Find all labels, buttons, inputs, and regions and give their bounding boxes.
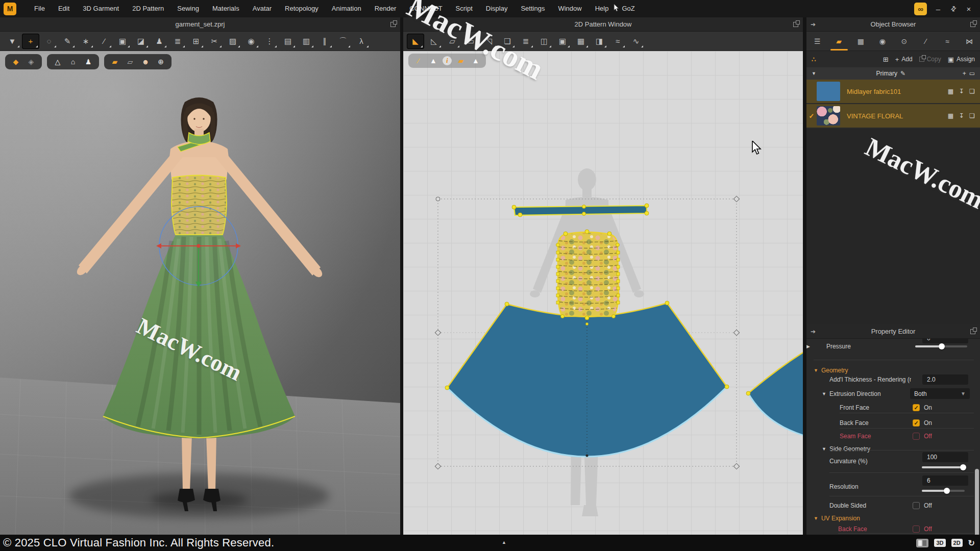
expand-up-icon[interactable]: ▲ [502, 540, 506, 545]
save-icon[interactable]: ↧ [958, 88, 965, 95]
3d-tool-needle[interactable]: ∕ [95, 34, 113, 49]
folder-icon[interactable]: ▭ [969, 70, 975, 77]
menu-3d-garment[interactable]: 3D Garment [76, 0, 126, 17]
menu-window[interactable]: Window [551, 0, 588, 17]
menu-render[interactable]: Render [368, 0, 403, 17]
3d-tool-fold-arrangement[interactable]: ▣ [114, 34, 131, 49]
pattern-skirt-2[interactable] [746, 353, 803, 435]
expand-icon[interactable]: ▼ [822, 446, 826, 452]
2d-quick-tool-shirt-lock[interactable]: ▲ [470, 55, 481, 66]
menu-materials[interactable]: Materials [206, 0, 246, 17]
geometry-header[interactable]: Geometry [821, 367, 848, 374]
ob-tab-scene[interactable]: ☰ [806, 32, 828, 51]
expand-icon[interactable]: ▶ [806, 344, 810, 349]
float-window-icon[interactable] [390, 22, 396, 27]
ob-tab-fabric[interactable]: ▰ [828, 32, 850, 51]
3d-tool-window-grid[interactable]: ⊞ [187, 34, 205, 49]
refresh-icon[interactable]: ↻ [968, 538, 975, 548]
uv-expansion-header[interactable]: UV Expansion [821, 515, 860, 522]
ob-tab-button[interactable]: ◉ [872, 32, 894, 51]
close-button[interactable]: × [965, 5, 973, 13]
menu-display[interactable]: Display [479, 0, 514, 17]
duplicate-icon[interactable]: ❏ [968, 88, 976, 95]
ob-tab-puckering[interactable]: ≈ [937, 32, 959, 51]
resize-button[interactable]: ⇅ [948, 3, 959, 14]
menu-script[interactable]: Script [449, 0, 479, 17]
2d-quick-tool-fabric[interactable]: ▰ [455, 55, 467, 66]
save-icon[interactable]: ↧ [958, 112, 965, 119]
float-window-icon[interactable] [970, 329, 975, 334]
minimize-button[interactable]: – [934, 5, 942, 13]
uv-back-face-checkbox[interactable] [913, 525, 920, 533]
menu-2d-pattern[interactable]: 2D Pattern [126, 0, 170, 17]
pattern-bodice[interactable] [556, 230, 620, 325]
split-view-icon[interactable] [916, 539, 928, 547]
duplicate-icon[interactable]: ❏ [968, 112, 976, 119]
3d-tool-solidify[interactable]: ▤ [279, 34, 297, 49]
2d-tool-trace[interactable]: ❏ [499, 34, 516, 49]
ob-tab-buttonhole[interactable]: ⊙ [893, 32, 915, 51]
fabric-row-vintage-floral[interactable]: ✓ VINTAGE FLORAL ▦ ↧ ❏ [806, 104, 980, 128]
scrollbar[interactable] [975, 469, 979, 535]
3d-tool-freeze[interactable]: ▥ [298, 34, 315, 49]
ob-tab-trim[interactable]: ⋈ [959, 32, 980, 51]
front-face-checkbox[interactable]: ✓ [913, 404, 920, 411]
3d-tool-simulate[interactable]: ▼ [4, 34, 21, 49]
seam-face-checkbox[interactable] [913, 433, 920, 440]
fabric-row-midlayer-fabric101[interactable]: ✓ Midlayer fabric101 ▦ ↧ ❏ [806, 80, 980, 103]
object-browser-empty-area[interactable] [806, 129, 980, 324]
thickness-field[interactable]: 2.0 [922, 374, 968, 385]
menu-edit[interactable]: Edit [52, 0, 76, 17]
menu-retopology[interactable]: Retopology [278, 0, 325, 17]
2d-viewport[interactable]: ∕▲i▰▲ [403, 51, 803, 535]
mode-globe[interactable]: ⊕ [154, 56, 167, 68]
3d-tool-pleats[interactable]: ∥ [316, 34, 333, 49]
3d-tool-button[interactable]: ◉ [242, 34, 260, 49]
assign-button[interactable]: ▣Assign [948, 56, 975, 63]
2d-tool-show-3d[interactable]: ▣ [554, 34, 571, 49]
curvature-field[interactable]: 100 [922, 452, 968, 462]
menu-settings[interactable]: Settings [514, 0, 551, 17]
panel-divider[interactable] [803, 17, 806, 535]
menu-sewing[interactable]: Sewing [170, 0, 206, 17]
2d-tool-fold[interactable]: ◨ [591, 34, 608, 49]
2d-tool-quilt[interactable]: ▦ [572, 34, 590, 49]
mode-simulation[interactable]: ◆ [9, 56, 22, 68]
float-window-icon[interactable] [970, 22, 975, 27]
mode-garment-dark[interactable]: ◈ [24, 56, 38, 68]
mode-show-avatar[interactable]: ♟ [82, 56, 95, 68]
3d-tool-select-brush[interactable]: ✎ [59, 34, 76, 49]
expand-icon[interactable]: ▼ [822, 391, 826, 396]
3d-tool-sewing-machine[interactable]: ≣ [169, 34, 186, 49]
3d-tool-select-lasso[interactable]: ◌ [40, 34, 58, 49]
extrusion-dropdown[interactable]: Both▼ [910, 388, 970, 399]
2d-quick-tool-needle[interactable]: ∕ [413, 55, 424, 66]
resolution-slider[interactable] [922, 490, 965, 492]
add-item-icon[interactable]: + [963, 70, 966, 77]
texture-icon[interactable]: ▦ [947, 88, 954, 95]
2d-view-button[interactable]: 2D [951, 539, 963, 547]
2d-tool-cut-and-sew[interactable]: ≣ [517, 34, 534, 49]
pressure-slider[interactable] [915, 345, 967, 347]
share-icon[interactable]: ∴ [812, 56, 816, 63]
menu-connect[interactable]: CONNECT [403, 0, 449, 17]
texture-icon[interactable]: ▦ [947, 112, 954, 119]
copy-button[interactable]: Copy [919, 56, 941, 63]
curvature-slider[interactable] [922, 466, 965, 468]
back-face-checkbox[interactable]: ✓ [913, 419, 920, 427]
float-window-icon[interactable] [793, 22, 798, 27]
2d-tool-transform-pattern[interactable]: ◣ [407, 34, 424, 49]
2d-tool-edit-pattern[interactable]: ◺ [425, 34, 443, 49]
3d-tool-flatten[interactable]: ◪ [132, 34, 150, 49]
3d-viewport[interactable]: ◆◈ △⌂♟ ▰▱☻⊕ [0, 51, 400, 535]
pencil-icon[interactable]: ✎ [900, 70, 905, 77]
menu-avatar[interactable]: Avatar [246, 0, 278, 17]
mode-fabric-on[interactable]: ▰ [108, 56, 121, 68]
2d-tool-elastic[interactable]: ≈ [609, 34, 626, 49]
2d-tool-create-polygon[interactable]: ▱ [444, 34, 461, 49]
2d-tool-zigzag-stitch[interactable]: ∿ [627, 34, 645, 49]
menu-goz[interactable]: GoZ [615, 0, 641, 17]
ob-tab-graphic[interactable]: ▦ [850, 32, 872, 51]
add-button[interactable]: +Add [895, 56, 913, 63]
collapse-panel-icon[interactable]: ➔ [811, 21, 816, 28]
